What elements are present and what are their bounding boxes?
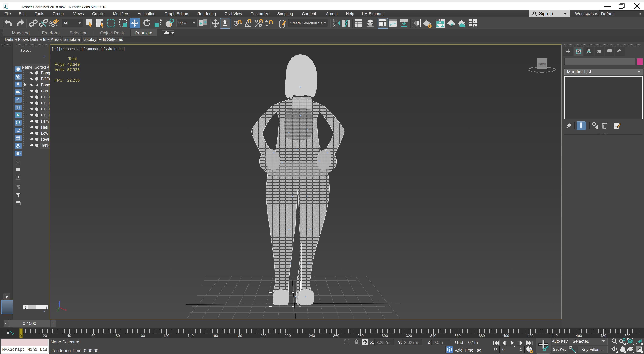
svg-text:{: { [278, 19, 281, 28]
svg-text:3: 3 [234, 19, 238, 27]
svg-text:FRONT: FRONT [538, 63, 546, 65]
svg-text:y: y [57, 310, 58, 312]
svg-text:z: z [58, 301, 60, 304]
svg-text:x: x [65, 309, 66, 311]
